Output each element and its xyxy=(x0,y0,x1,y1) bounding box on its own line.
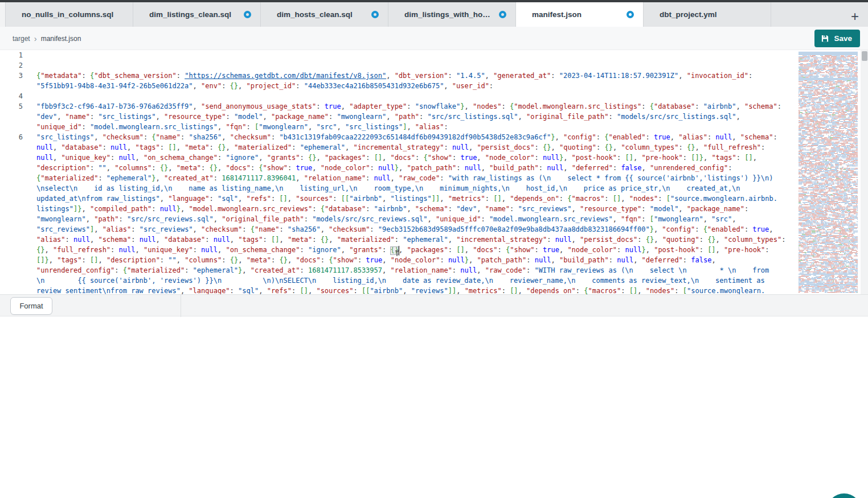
scrollbar-thumb[interactable] xyxy=(862,51,867,61)
code-text: []}, "tags": [], "description": "", "col… xyxy=(36,256,797,266)
code-text: null, "unique_key": null, "on_schema_cha… xyxy=(36,154,797,164)
tab-label: dim_listings_clean.sql xyxy=(149,10,231,19)
breadcrumb-filename: manifest.json xyxy=(41,35,81,43)
code-row[interactable]: null, "database": null, "tags": [], "met… xyxy=(0,143,797,154)
minimap[interactable] xyxy=(797,51,860,294)
breadcrumb: target › manifest.json xyxy=(13,27,81,50)
code-editor[interactable]: 123{"metadata": {"dbt_schema_version": "… xyxy=(0,50,797,294)
code-row[interactable]: {}, "full_refresh": null, "unique_key": … xyxy=(0,246,797,256)
code-row[interactable]: "unrendered_config": {"materialized": "e… xyxy=(0,266,797,277)
code-row[interactable]: "alias": null, "schema": null, "database… xyxy=(0,236,797,246)
line-number: 5 xyxy=(0,102,23,113)
line-number xyxy=(0,113,23,123)
line-number xyxy=(0,225,23,236)
line-number: 1 xyxy=(0,51,23,61)
line-number xyxy=(0,143,23,154)
line-number xyxy=(0,174,23,184)
code-row[interactable]: []}, "tags": [], "description": "", "col… xyxy=(0,256,797,266)
line-number xyxy=(0,184,23,195)
line-number xyxy=(0,215,23,225)
code-text: "dev", "name": "src_listings", "resource… xyxy=(36,113,797,123)
format-button[interactable]: Format xyxy=(10,297,52,315)
code-text xyxy=(36,51,797,61)
code-row[interactable]: \nselect\n id as listing_id,\n name as l… xyxy=(0,184,797,195)
code-text: "src_reviews"], "alias": "src_reviews", … xyxy=(36,225,797,236)
code-row[interactable]: 2 xyxy=(0,61,797,72)
line-number xyxy=(0,277,23,287)
line-number xyxy=(0,123,23,133)
code-row[interactable]: \n {{ source('airbnb', 'reviews') }}\n \… xyxy=(0,277,797,287)
code-text: "unique_id": "model.mwonglearn.src_listi… xyxy=(36,123,797,133)
code-row[interactable]: "5f51bb91-94b8-4e31-94f2-26b5e061d22a", … xyxy=(0,82,797,92)
line-number xyxy=(0,246,23,256)
save-button-label: Save xyxy=(834,34,852,43)
code-text: \n {{ source('airbnb', 'reviews') }}\n \… xyxy=(36,277,797,287)
code-row[interactable]: "unique_id": "model.mwonglearn.src_listi… xyxy=(0,123,797,133)
new-tab-button[interactable]: + xyxy=(846,8,863,25)
footer-divider xyxy=(181,295,181,317)
breadcrumb-target[interactable]: target xyxy=(13,35,30,43)
line-number xyxy=(0,266,23,277)
code-text: review_sentiment\nfrom raw_reviews", "la… xyxy=(36,287,797,294)
tab-label: manifest.json xyxy=(532,10,582,19)
tab-dbt-project-yml[interactable]: dbt_project.yml xyxy=(644,2,771,27)
code-text: "fbb9f3c2-cf96-4a17-b736-976a62d35ff9", … xyxy=(36,102,797,113)
tab-dim-listings-clean-sql[interactable]: dim_listings_clean.sql xyxy=(133,2,261,27)
code-row[interactable]: listings"]}, "compiled_path": null}, "mo… xyxy=(0,205,797,215)
editor-footer: Format xyxy=(0,294,868,316)
code-text: updated_at\nfrom raw_listings", "languag… xyxy=(36,195,797,205)
code-row[interactable]: 3{"metadata": {"dbt_schema_version": "ht… xyxy=(0,72,797,82)
code-text: {"materialized": "ephemeral"}, "created_… xyxy=(36,174,797,184)
code-row[interactable]: 4 xyxy=(0,92,797,102)
code-text xyxy=(36,61,797,72)
ibeam-mouse-cursor xyxy=(394,250,400,256)
tab-dim-listings-with-hosts-sql[interactable]: dim_listings_with_hosts.sql xyxy=(388,2,516,27)
tab-label: no_nulls_in_columns.sql xyxy=(22,10,113,19)
line-number: 6 xyxy=(0,133,23,143)
code-text: "src_listings", "checksum": {"name": "sh… xyxy=(36,133,797,143)
code-row[interactable]: "src_reviews"], "alias": "src_reviews", … xyxy=(0,225,797,236)
tab-dim-hosts-clean-sql[interactable]: dim_hosts_clean.sql xyxy=(261,2,388,27)
line-number xyxy=(0,205,23,215)
code-text: null, "database": null, "tags": [], "met… xyxy=(36,143,797,154)
unsaved-indicator-icon xyxy=(371,11,379,18)
tab-bar-left-spacer xyxy=(0,2,6,27)
line-number xyxy=(0,256,23,266)
tab-strip: no_nulls_in_columns.sqldim_listings_clea… xyxy=(6,2,771,27)
code-row[interactable]: {"materialized": "ephemeral"}, "created_… xyxy=(0,174,797,184)
code-row[interactable]: 6"src_listings", "checksum": {"name": "s… xyxy=(0,133,797,143)
help-widget-button[interactable] xyxy=(827,493,861,498)
code-text: "alias": null, "schema": null, "database… xyxy=(36,236,797,246)
code-row[interactable]: 5"fbb9f3c2-cf96-4a17-b736-976a62d35ff9",… xyxy=(0,102,797,113)
code-row[interactable]: updated_at\nfrom raw_listings", "languag… xyxy=(0,195,797,205)
code-text xyxy=(36,92,797,102)
unsaved-indicator-icon xyxy=(627,11,634,18)
code-area: 123{"metadata": {"dbt_schema_version": "… xyxy=(0,51,797,294)
save-icon xyxy=(821,34,829,43)
tab-bar: no_nulls_in_columns.sqldim_listings_clea… xyxy=(0,2,868,27)
line-number: 4 xyxy=(0,92,23,102)
code-row[interactable]: "dev", "name": "src_listings", "resource… xyxy=(0,113,797,123)
code-row[interactable]: null, "unique_key": null, "on_schema_cha… xyxy=(0,154,797,164)
unsaved-indicator-icon xyxy=(244,11,251,18)
line-number xyxy=(0,164,23,174)
tab-manifest-json[interactable]: manifest.json xyxy=(516,2,644,27)
tab-no-nulls-in-columns-sql[interactable]: no_nulls_in_columns.sql xyxy=(6,2,133,27)
line-number xyxy=(0,195,23,205)
code-text: {"metadata": {"dbt_schema_version": "htt… xyxy=(36,72,797,82)
chevron-right-icon: › xyxy=(34,34,37,43)
code-text: {}, "full_refresh": null, "unique_key": … xyxy=(36,246,797,256)
scrollbar-track[interactable] xyxy=(861,50,868,294)
code-text: \nselect\n id as listing_id,\n name as l… xyxy=(36,184,797,195)
line-number xyxy=(0,236,23,246)
line-number: 3 xyxy=(0,72,23,82)
save-button[interactable]: Save xyxy=(814,30,860,47)
line-number xyxy=(0,154,23,164)
code-row[interactable]: review_sentiment\nfrom raw_reviews", "la… xyxy=(0,287,797,294)
code-text: "description": "", "columns": {}, "meta"… xyxy=(36,164,797,174)
line-number xyxy=(0,287,23,294)
code-row[interactable]: 1 xyxy=(0,51,797,61)
code-row[interactable]: "description": "", "columns": {}, "meta"… xyxy=(0,164,797,174)
tab-label: dbt_project.yml xyxy=(660,10,717,19)
code-row[interactable]: "mwonglearn", "path": "src/src_reviews.s… xyxy=(0,215,797,225)
